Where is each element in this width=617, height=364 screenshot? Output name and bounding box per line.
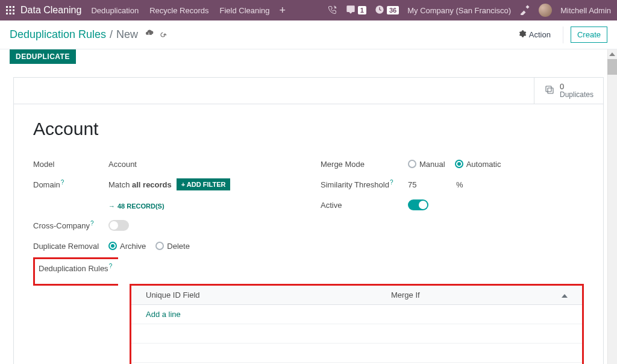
radio-automatic[interactable]: Automatic	[455, 160, 501, 169]
chat-icon	[346, 5, 355, 16]
table-row	[131, 344, 582, 363]
apps-icon[interactable]	[6, 6, 14, 14]
active-toggle[interactable]	[408, 199, 428, 210]
nav-recycle-records[interactable]: Recycle Records	[149, 6, 208, 15]
svg-rect-2	[13, 6, 14, 8]
label-model: Model	[33, 160, 108, 169]
record-title[interactable]: Account	[33, 119, 584, 139]
app-title: Data Cleaning	[20, 5, 81, 16]
label-deduplication-rules: Deduplication Rules?	[39, 264, 112, 273]
svg-rect-6	[6, 13, 8, 14]
svg-rect-4	[10, 10, 11, 11]
activities-badge: 36	[387, 6, 399, 14]
label-domain: Domain?	[33, 179, 108, 189]
label-cross-company: Cross-Company?	[33, 220, 108, 230]
svg-rect-0	[6, 6, 8, 8]
domain-summary: Match all records	[108, 180, 172, 189]
similarity-value[interactable]: 75	[408, 180, 456, 189]
nav-field-cleaning[interactable]: Field Cleaning	[219, 6, 269, 15]
clock-icon	[375, 5, 384, 16]
svg-rect-5	[13, 10, 14, 11]
user-name[interactable]: Mitchell Admin	[560, 6, 611, 15]
duplicates-label: Duplicates	[560, 90, 594, 99]
add-a-line[interactable]: Add a line	[146, 310, 181, 319]
save-icon[interactable]	[144, 30, 154, 40]
svg-rect-11	[548, 88, 553, 93]
nav-deduplication[interactable]: Deduplication	[91, 6, 139, 15]
svg-rect-12	[546, 86, 551, 92]
svg-rect-8	[13, 13, 14, 14]
svg-rect-1	[10, 6, 11, 8]
records-count-link[interactable]: →48 RECORD(S)	[108, 202, 164, 210]
add-menu-icon[interactable]: +	[280, 4, 286, 17]
messages-button[interactable]: 1	[346, 5, 366, 16]
action-menu[interactable]: Action	[518, 30, 551, 40]
radio-delete[interactable]: Delete	[155, 242, 190, 251]
svg-point-9	[334, 7, 336, 8]
svg-rect-7	[10, 13, 11, 14]
scrollbar[interactable]	[607, 49, 617, 364]
cross-company-toggle[interactable]	[108, 220, 129, 231]
action-label: Action	[529, 30, 551, 39]
breadcrumb-root[interactable]: Deduplication Rules	[10, 28, 106, 41]
breadcrumb-current: New	[116, 28, 138, 41]
company-switcher[interactable]: My Company (San Francisco)	[407, 6, 511, 15]
table-row: Add a line	[131, 305, 582, 324]
messages-badge: 1	[358, 6, 366, 14]
similarity-unit: %	[456, 180, 463, 189]
duplicates-icon	[544, 84, 555, 97]
label-similarity-threshold: Similarity Threshold?	[321, 179, 408, 189]
voip-icon[interactable]	[328, 5, 337, 16]
collapse-icon[interactable]	[547, 286, 582, 305]
radio-archive[interactable]: Archive	[108, 242, 146, 251]
form-sheet: 0 Duplicates Account Model Account Domai…	[13, 77, 604, 364]
duplicates-count: 0	[560, 83, 594, 90]
gear-icon	[518, 30, 527, 40]
model-value[interactable]: Account	[108, 160, 137, 169]
radio-manual[interactable]: Manual	[408, 160, 445, 169]
label-active: Active	[321, 201, 408, 210]
deduplication-rules-panel: Unique ID Field Merge If Add a line	[130, 284, 584, 364]
discard-icon[interactable]: ↻	[157, 29, 168, 40]
col-merge-if: Merge If	[377, 286, 547, 305]
scrollbar-thumb[interactable]	[607, 59, 617, 75]
table-row	[131, 324, 582, 344]
duplicates-stat-button[interactable]: 0 Duplicates	[534, 78, 603, 104]
scroll-up-icon[interactable]	[609, 51, 615, 57]
deduplicate-tab[interactable]: DEDUPLICATE	[10, 49, 76, 64]
label-duplicate-removal: Duplicate Removal	[33, 242, 108, 251]
activities-button[interactable]: 36	[375, 5, 399, 16]
debug-icon[interactable]	[519, 4, 530, 17]
col-unique-id-field: Unique ID Field	[131, 286, 377, 305]
label-merge-mode: Merge Mode	[321, 160, 408, 169]
create-button[interactable]: Create	[571, 27, 607, 43]
breadcrumb-sep: /	[110, 28, 113, 41]
user-avatar[interactable]	[539, 4, 552, 17]
svg-rect-3	[6, 10, 8, 11]
add-filter-button[interactable]: + ADD FILTER	[177, 178, 231, 190]
